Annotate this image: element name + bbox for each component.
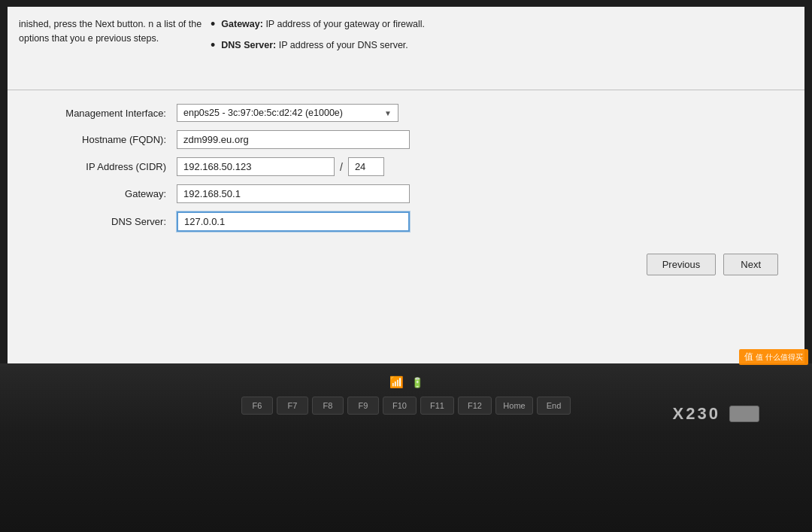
- f8-label: F8: [323, 401, 333, 410]
- bezel-top: [0, 0, 812, 7]
- hostname-input[interactable]: [177, 130, 410, 149]
- indicator-lights: 📶 🔋: [0, 366, 812, 389]
- f8-key[interactable]: F8: [312, 397, 344, 415]
- gateway-desc: IP address of your gateway or firewall.: [265, 19, 425, 29]
- f6-key[interactable]: F6: [241, 397, 273, 415]
- keyboard-area: 📶 🔋 F6 F7 F8 F9 F10 F11 F12 Home End: [0, 366, 812, 532]
- gateway-input[interactable]: [177, 184, 410, 203]
- dns-server-input[interactable]: [177, 211, 410, 232]
- hostname-label: Hostname (FQDN):: [30, 134, 177, 145]
- management-interface-value: enp0s25 - 3c:97:0e:5c:d2:42 (e1000e): [183, 108, 380, 118]
- end-key[interactable]: End: [537, 397, 571, 415]
- dns-text: DNS Server: IP address of your DNS serve…: [221, 38, 408, 53]
- bottom-bar: [0, 363, 812, 366]
- gateway-row: Gateway:: [30, 184, 782, 203]
- dns-label-text: DNS Server:: [221, 40, 276, 50]
- bezel-right: [804, 0, 812, 366]
- ip-address-row: IP Address (CIDR) /: [30, 157, 782, 176]
- f7-label: F7: [288, 401, 298, 410]
- hostname-row: Hostname (FQDN):: [30, 130, 782, 149]
- f11-label: F11: [430, 401, 444, 410]
- f6-label: F6: [253, 401, 262, 410]
- gateway-text: Gateway: IP address of your gateway or f…: [221, 17, 425, 32]
- dns-server-label: DNS Server:: [30, 216, 177, 227]
- left-text: inished, press the Next button. n a list…: [19, 19, 201, 44]
- model-label: X230: [673, 404, 720, 424]
- dns-server-row: DNS Server:: [30, 211, 782, 232]
- gateway-form-label: Gateway:: [30, 188, 177, 199]
- usb-port[interactable]: [729, 406, 759, 422]
- home-label: Home: [503, 401, 525, 410]
- cidr-input[interactable]: [348, 157, 384, 176]
- f7-key[interactable]: F7: [277, 397, 308, 415]
- bullet-1: •: [211, 17, 215, 32]
- watermark-icon: 值: [744, 351, 753, 363]
- gateway-instruction: • Gateway: IP address of your gateway or…: [211, 17, 789, 32]
- dns-desc: IP address of your DNS server.: [279, 40, 408, 50]
- next-button[interactable]: Next: [723, 254, 778, 275]
- form-area: Management Interface: enp0s25 - 3c:97:0e…: [8, 90, 804, 248]
- watermark-text: 值 什么值得买: [756, 352, 803, 363]
- watermark-badge: 值 值 什么值得买: [739, 349, 808, 365]
- management-interface-select[interactable]: enp0s25 - 3c:97:0e:5c:d2:42 (e1000e) ▼: [177, 104, 398, 122]
- instructions-area: inished, press the Next button. n a list…: [8, 7, 804, 90]
- management-interface-row: Management Interface: enp0s25 - 3c:97:0e…: [30, 104, 782, 122]
- cidr-separator: /: [340, 161, 343, 173]
- button-area: Previous Next: [8, 248, 804, 283]
- f11-key[interactable]: F11: [420, 397, 454, 415]
- previous-button[interactable]: Previous: [647, 254, 717, 275]
- gateway-label-text: Gateway:: [221, 19, 263, 29]
- battery-indicator-icon: 🔋: [411, 377, 423, 388]
- f10-label: F10: [392, 401, 407, 410]
- dropdown-arrow-icon: ▼: [384, 109, 392, 117]
- f10-key[interactable]: F10: [383, 397, 417, 415]
- wifi-indicator-icon: 📶: [389, 375, 404, 389]
- end-label: End: [547, 401, 562, 410]
- right-instructions: • Gateway: IP address of your gateway or…: [211, 17, 789, 79]
- ip-address-label: IP Address (CIDR): [30, 161, 177, 172]
- bezel-left: [0, 0, 8, 366]
- dns-instruction: • DNS Server: IP address of your DNS ser…: [211, 38, 789, 53]
- f9-key[interactable]: F9: [347, 397, 379, 415]
- screen: inished, press the Next button. n a list…: [8, 7, 804, 366]
- home-key[interactable]: Home: [495, 397, 533, 415]
- ip-address-input[interactable]: [177, 157, 335, 176]
- f12-label: F12: [468, 401, 482, 410]
- left-instructions: inished, press the Next button. n a list…: [19, 17, 211, 79]
- model-area: X230: [673, 404, 759, 424]
- f12-key[interactable]: F12: [458, 397, 492, 415]
- bullet-2: •: [211, 38, 215, 53]
- f9-label: F9: [359, 401, 368, 410]
- management-interface-label: Management Interface:: [30, 108, 177, 119]
